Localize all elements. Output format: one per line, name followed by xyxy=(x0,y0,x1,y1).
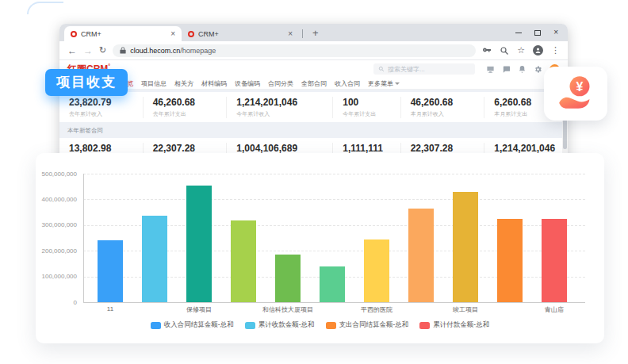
x-axis-tick-label: 和信科技大厦项目 xyxy=(244,305,331,314)
forward-button[interactable]: → xyxy=(83,46,93,56)
nav-items: 概览项目信息相关方材料编码设备编码合同分类全部合同收入合同更多菜单 xyxy=(121,79,400,88)
search-icon xyxy=(378,66,385,72)
key-icon[interactable] xyxy=(482,46,492,56)
nav-item-合同分类[interactable]: 合同分类 xyxy=(268,79,293,88)
window-controls: × xyxy=(506,24,568,41)
legend-label: 累计付款金额-总和 xyxy=(433,320,489,330)
y-axis-tick-label: 100,000,000 xyxy=(36,273,77,280)
device-icon[interactable] xyxy=(486,65,495,74)
tab-divider xyxy=(302,29,303,38)
stat-value: 13,802.98 xyxy=(69,143,133,154)
chart-bar[interactable] xyxy=(542,219,567,302)
chevron-down-icon xyxy=(395,82,400,85)
y-axis-tick-label: 500,000,000 xyxy=(36,171,77,178)
coin-in-hand-icon: ¥ xyxy=(554,74,597,113)
stat-cell: 1,214,201,046今年累计收入 xyxy=(226,97,332,118)
project-income-expense-badge: 项目收支 xyxy=(45,69,128,96)
message-icon[interactable] xyxy=(502,65,511,74)
crm-nav: 项目管理 概览项目信息相关方材料编码设备编码合同分类全部合同收入合同更多菜单 xyxy=(59,78,568,90)
project-chart-card: 0100,000,000200,000,000300,000,000400,00… xyxy=(36,153,604,343)
gridline xyxy=(83,199,585,200)
browser-tab[interactable]: CRM+× xyxy=(64,26,182,41)
chart-legend: 收入合同结算金额-总和累计收款金额-总和支出合同结算金额-总和累计付款金额-总和 xyxy=(36,320,604,330)
bookmark-star-icon[interactable]: ☆ xyxy=(517,46,525,55)
chart-bar[interactable] xyxy=(408,209,434,302)
bell-icon[interactable] xyxy=(518,65,527,74)
browser-tabs: CRM+×CRM+× xyxy=(64,26,299,41)
nav-item-设备编码[interactable]: 设备编码 xyxy=(235,79,260,88)
stat-label: 去年累计支出 xyxy=(153,110,217,118)
stat-label: 今年累计支出 xyxy=(343,110,390,118)
chart-bar[interactable] xyxy=(142,216,167,302)
browser-menu-icon[interactable]: ⋮ xyxy=(551,46,560,55)
maximize-button[interactable] xyxy=(534,30,541,36)
search-placeholder: 搜索关键字... xyxy=(388,65,425,74)
url-host: cloud.hecom.cn xyxy=(130,47,180,55)
stat-value: 22,307.28 xyxy=(411,143,475,154)
legend-swatch-icon xyxy=(245,322,255,329)
nav-item-材料编码[interactable]: 材料编码 xyxy=(201,79,227,88)
stat-cell: 46,260.68本月累计收入 xyxy=(400,97,484,118)
stat-label: 去年累计收入 xyxy=(69,110,133,118)
profile-avatar[interactable] xyxy=(533,45,543,56)
screenshot-canvas: CRM+×CRM+× + × ← → ↻ cloud.hecom.cn/home… xyxy=(0,0,628,364)
url-path: /homepage xyxy=(180,47,216,55)
nav-item-相关方[interactable]: 相关方 xyxy=(174,79,193,88)
address-bar[interactable]: cloud.hecom.cn/homepage xyxy=(113,44,476,57)
gridline xyxy=(83,302,585,303)
lock-icon xyxy=(120,47,126,54)
legend-item[interactable]: 累计收款金额-总和 xyxy=(245,320,315,330)
stat-value: 1,214,201,046 xyxy=(236,97,323,108)
tab-close-icon[interactable]: × xyxy=(170,30,175,38)
nav-item-全部合同[interactable]: 全部合同 xyxy=(301,79,327,88)
new-tab-button[interactable]: + xyxy=(312,27,319,39)
legend-swatch-icon xyxy=(151,322,161,329)
stat-value: 23,820.79 xyxy=(69,97,133,108)
x-axis-tick-label: 11 xyxy=(67,305,154,312)
chart-bar[interactable] xyxy=(186,186,212,302)
chart-bar[interactable] xyxy=(497,219,523,302)
minimize-button[interactable] xyxy=(515,33,522,33)
legend-item[interactable]: 收入合同结算金额-总和 xyxy=(151,320,234,330)
legend-item[interactable]: 支出合同结算金额-总和 xyxy=(326,320,409,330)
stat-label: 本月累计收入 xyxy=(411,110,475,118)
legend-item[interactable]: 累计付款金额-总和 xyxy=(419,320,489,330)
close-button[interactable]: × xyxy=(553,29,558,36)
browser-tabstrip: CRM+×CRM+× + × xyxy=(59,24,568,41)
settings-gear-icon[interactable] xyxy=(534,65,542,74)
person-icon xyxy=(534,47,542,54)
chart-bar[interactable] xyxy=(364,239,389,302)
chart-bar[interactable] xyxy=(320,266,345,302)
y-axis-tick-label: 400,000,000 xyxy=(36,196,77,203)
nav-item-项目信息[interactable]: 项目信息 xyxy=(141,79,167,88)
y-axis-tick-label: 300,000,000 xyxy=(36,221,77,228)
legend-swatch-icon xyxy=(326,322,336,329)
stat-value: 46,260.68 xyxy=(153,97,217,108)
chart-bar[interactable] xyxy=(275,255,301,302)
chart-bar[interactable] xyxy=(231,220,256,302)
chart-bar[interactable] xyxy=(453,192,478,302)
stat-value: 22,307.28 xyxy=(153,143,217,154)
stat-label: 今年累计收入 xyxy=(236,110,323,118)
url-text: cloud.hecom.cn/homepage xyxy=(130,47,216,55)
stat-cell: 100今年累计支出 xyxy=(332,97,400,118)
money-icon-card: ¥ xyxy=(544,67,607,121)
gridline xyxy=(83,174,585,174)
back-button[interactable]: ← xyxy=(67,46,77,56)
legend-swatch-icon xyxy=(419,322,430,329)
search-icon[interactable] xyxy=(500,46,509,56)
tab-title: CRM+ xyxy=(198,30,284,38)
nav-item-收入合同[interactable]: 收入合同 xyxy=(335,79,360,88)
chart-bar[interactable] xyxy=(98,240,123,302)
y-axis-line xyxy=(83,174,84,302)
crm-header: 红圈CRM° 搜索关键字... xyxy=(59,60,568,78)
tab-close-icon[interactable]: × xyxy=(288,30,293,38)
tab-title: CRM+ xyxy=(81,30,167,38)
reload-button[interactable]: ↻ xyxy=(99,46,106,55)
x-axis-tick-label: 平西的医院 xyxy=(333,305,420,314)
stat-value: 1,214,201,046 xyxy=(494,143,558,154)
nav-item-更多菜单[interactable]: 更多菜单 xyxy=(368,79,400,88)
crm-search-input[interactable]: 搜索关键字... xyxy=(373,63,475,75)
y-axis-tick-label: 200,000,000 xyxy=(36,247,77,255)
browser-tab[interactable]: CRM+× xyxy=(182,26,299,41)
